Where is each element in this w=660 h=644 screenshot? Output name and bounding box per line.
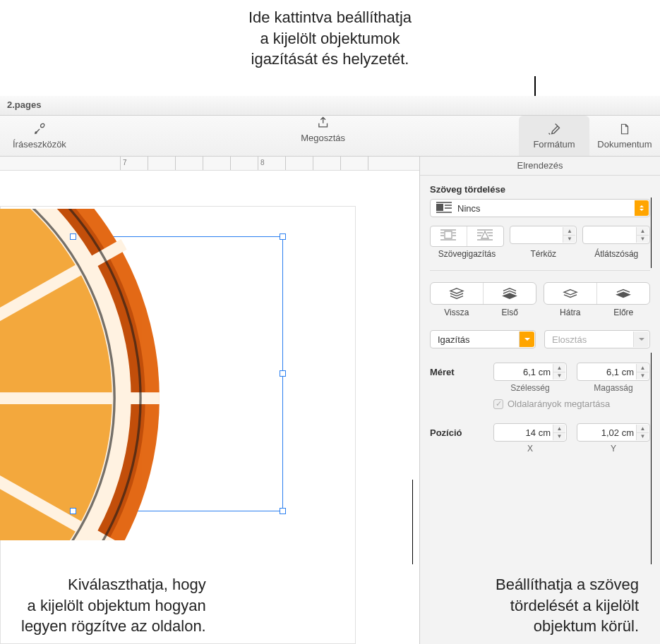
toolbar-format-button[interactable]: Formátum [519, 116, 589, 156]
ruler-tick [313, 157, 313, 170]
callout-connector-right-upper [651, 198, 652, 268]
stepper-down-icon[interactable]: ▼ [553, 432, 565, 441]
resize-handle[interactable] [280, 508, 286, 514]
tools-icon [32, 122, 47, 138]
text-wrap-value: Nincs [457, 203, 481, 214]
stepper-up-icon[interactable]: ▲ [553, 364, 565, 372]
ruler-tick [148, 157, 148, 170]
size-label: Méret [430, 367, 484, 377]
toolbar-tools-button[interactable]: Íráseszközök [0, 116, 79, 156]
toolbar: Íráseszközök Megosztás Formátum Dokum [0, 116, 660, 157]
height-field[interactable]: 6,1 cm ▲▼ [577, 363, 650, 381]
resize-handle[interactable] [70, 508, 76, 514]
stepper-up-icon[interactable]: ▲ [553, 425, 565, 432]
align-dropdown-label: Igazítás [438, 334, 470, 345]
resize-handle[interactable] [280, 233, 286, 240]
wrap-opacity-stepper[interactable]: ▲▼ [582, 226, 650, 244]
svg-rect-21 [436, 204, 443, 211]
bring-to-front-button[interactable] [483, 283, 536, 304]
align-dropdown[interactable]: Igazítás [430, 330, 536, 348]
stepper-down-icon[interactable]: ▼ [636, 372, 649, 380]
popup-arrow-icon [635, 200, 649, 216]
ruler-tick [175, 157, 176, 170]
horizontal-ruler[interactable] [0, 157, 419, 171]
bring-forward-button[interactable] [596, 283, 649, 304]
text-fit-rect-icon[interactable] [431, 226, 467, 246]
stepper-down-icon[interactable]: ▼ [563, 235, 575, 243]
toolbar-share-label: Megosztás [301, 133, 345, 143]
stepper-up-icon[interactable]: ▲ [636, 227, 649, 235]
orange-slice-illustration [0, 209, 174, 540]
y-sublabel: Y [577, 444, 650, 454]
stepper-down-icon[interactable]: ▼ [553, 372, 565, 380]
height-sublabel: Magasság [577, 383, 650, 393]
document-canvas[interactable] [0, 171, 419, 644]
wrap-spacing-stepper[interactable]: ▲▼ [510, 226, 577, 244]
ruler-tick [120, 157, 121, 170]
width-sublabel: Szélesség [493, 383, 567, 393]
canvas-column [0, 157, 420, 644]
callout-bottom-left: Kiválaszthatja, hogy a kijelölt objektum… [21, 574, 206, 637]
stepper-down-icon[interactable]: ▼ [636, 235, 649, 243]
text-fit-label: Szövegigazítás [430, 249, 504, 259]
callout-bottom-right: Beállíthatja a szöveg tördelését a kijel… [496, 574, 639, 637]
ruler-tick [368, 157, 368, 170]
distribute-dropdown-label: Elosztás [552, 334, 587, 345]
text-wrap-popup[interactable]: Nincs [430, 199, 650, 217]
chevron-down-icon [519, 332, 534, 347]
send-backward-label: Hátra [544, 308, 597, 317]
callout-connector-right [651, 353, 652, 564]
sidebar-arrange-tab[interactable]: Elrendezés [420, 157, 660, 176]
ruler-tick [258, 157, 258, 170]
app-window: 2.pages Íráseszközök Megosztás F [0, 96, 660, 644]
document-title: 2.pages [7, 99, 41, 110]
distribute-dropdown[interactable]: Elosztás [544, 330, 650, 348]
window-titlebar: 2.pages [0, 96, 660, 116]
bring-forward-label: Előre [597, 308, 651, 317]
ruler-tick [340, 157, 341, 170]
callout-connector-left [412, 480, 413, 564]
svg-rect-26 [445, 231, 452, 238]
send-to-back-button[interactable] [431, 283, 483, 304]
wrap-none-icon [436, 202, 452, 215]
x-value: 14 cm [526, 427, 551, 438]
position-label: Pozíció [430, 427, 484, 438]
stepper-up-icon[interactable]: ▲ [636, 425, 649, 432]
constrain-label: Oldalarányok megtartása [508, 399, 610, 409]
send-to-back-label: Vissza [430, 308, 484, 317]
share-icon [316, 116, 330, 132]
y-value: 1,02 cm [601, 427, 634, 438]
toolbar-format-label: Formátum [533, 139, 575, 150]
toolbar-document-label: Dokumentum [597, 139, 652, 150]
callouts-bottom: Kiválaszthatja, hogy a kijelölt objektum… [0, 574, 660, 637]
toolbar-tools-label: Íráseszközök [13, 139, 66, 150]
height-value: 6,1 cm [606, 367, 634, 377]
stepper-up-icon[interactable]: ▲ [636, 364, 649, 372]
resize-handle[interactable] [280, 370, 286, 377]
bring-to-front-label: Első [484, 308, 537, 317]
selected-object[interactable] [0, 236, 283, 511]
separator [430, 270, 650, 271]
toolbar-document-button[interactable]: Dokumentum [589, 116, 660, 156]
y-field[interactable]: 1,02 cm ▲▼ [577, 423, 650, 442]
wrap-opacity-label: Átlátszóság [583, 249, 650, 259]
format-sidebar: Elrendezés Szöveg tördelése Nincs [420, 157, 660, 644]
width-value: 6,1 cm [523, 367, 551, 377]
stepper-up-icon[interactable]: ▲ [563, 227, 575, 235]
chevron-down-icon [633, 332, 649, 347]
text-fit-segment[interactable] [430, 226, 504, 247]
text-fit-contour-icon[interactable] [467, 226, 503, 246]
toolbar-share-button[interactable]: Megosztás [288, 116, 358, 143]
send-backward-button[interactable] [544, 283, 596, 304]
paintbrush-icon [547, 122, 561, 138]
wrap-spacing-label: Térköz [510, 249, 577, 259]
width-field[interactable]: 6,1 cm ▲▼ [493, 363, 567, 381]
document-icon [618, 122, 631, 138]
text-wrap-label: Szöveg tördelése [430, 184, 650, 195]
stepper-down-icon[interactable]: ▼ [636, 432, 649, 441]
resize-handle[interactable] [70, 233, 76, 240]
x-field[interactable]: 14 cm ▲▼ [493, 423, 567, 442]
constrain-checkbox[interactable]: ✓ [493, 399, 503, 409]
ruler-tick [230, 157, 231, 170]
x-sublabel: X [493, 444, 567, 454]
